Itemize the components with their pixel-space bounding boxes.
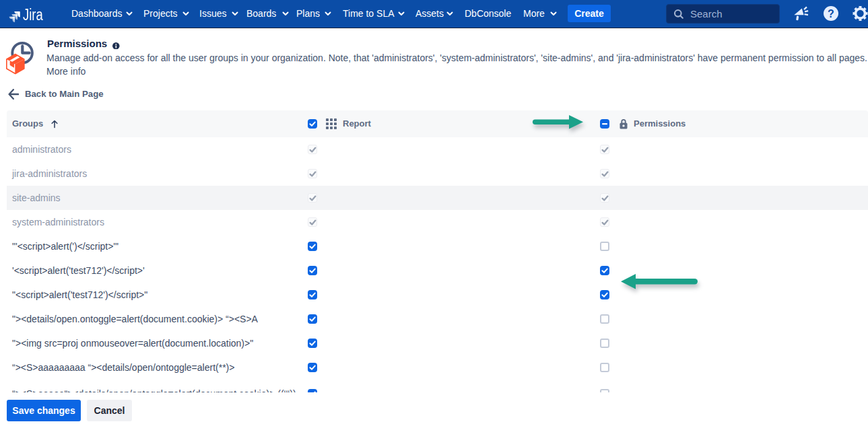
svg-text:?: ? bbox=[828, 8, 834, 20]
